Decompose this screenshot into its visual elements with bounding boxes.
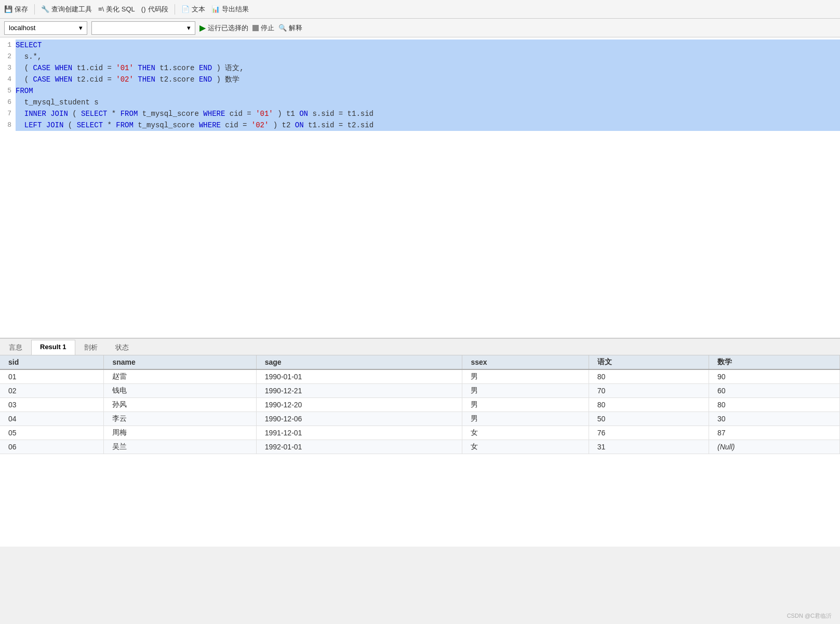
table-cell: 吴兰 [104,440,256,454]
result-tabs: 言息Result 1剖析状态 [0,339,840,355]
table-cell: 1991-12-01 [256,426,462,440]
stop-icon [252,25,259,31]
token: ) 数学 [212,75,239,84]
tab-剖析[interactable]: 剖析 [75,340,106,355]
line-number-5: 5 [0,85,16,97]
stop-button[interactable]: 停止 [252,23,274,33]
table-cell: 01 [0,369,104,384]
line-number-2: 2 [0,51,16,62]
save-label: 保存 [15,5,28,14]
line-content-7[interactable]: INNER JOIN ( SELECT * FROM t_mysql_score… [16,108,840,120]
col-header-数学: 数学 [709,355,839,369]
export-button[interactable]: 📊 导出结果 [211,5,249,14]
token [50,75,55,84]
token: FROM [116,121,134,129]
host-select[interactable]: localhost ▾ [4,21,87,35]
table-cell: 女 [462,440,589,454]
token: ( [16,75,33,84]
save-button[interactable]: 💾 保存 [4,5,28,14]
run-button[interactable]: ▶ 运行已选择的 [199,23,248,33]
table-cell: 60 [709,384,839,398]
beautify-icon: ≡\ [98,5,104,13]
token: ) t2 [269,121,295,129]
db-select[interactable]: ▾ [91,21,195,35]
token: ( [68,110,81,118]
table-cell: 02 [0,384,104,398]
table-cell: 男 [462,412,589,426]
run-label: 运行已选择的 [208,23,248,33]
explain-button[interactable]: 🔍 解释 [278,23,302,33]
beautify-button[interactable]: ≡\ 美化 SQL [98,5,135,14]
query-tool-button[interactable]: 🔧 查询创建工具 [41,5,92,14]
col-header-sid: sid [0,355,104,369]
token: FROM [16,87,33,95]
col-header-sname: sname [104,355,256,369]
token: ) t1 [273,110,299,118]
token [134,75,138,84]
code-line-4: 4 ( CASE WHEN t2.cid = '02' THEN t2.scor… [0,74,840,85]
line-content-1[interactable]: SELECT [16,39,840,51]
table-cell: 孙风 [104,398,256,412]
token: LEFT JOIN [24,121,64,129]
code-line-1: 1SELECT [0,39,840,51]
watermark: CSDN @C君临沂 [787,612,832,620]
token: ( [63,121,76,129]
table-row: 01赵雷1990-01-01男8090 [0,369,840,384]
line-number-8: 8 [0,120,16,131]
token: ON [295,121,304,129]
stop-label: 停止 [261,23,274,33]
token: t2.cid = [72,75,116,84]
beautify-label: 美化 SQL [106,5,135,14]
token: t2.score [155,75,199,84]
line-number-3: 3 [0,62,16,74]
token: WHEN [55,64,73,72]
line-content-4[interactable]: ( CASE WHEN t2.cid = '02' THEN t2.score … [16,74,840,85]
toolbar-divider-2 [175,4,175,15]
token: t1.cid = [72,64,116,72]
token: '01' [116,64,134,72]
token: t_mysql_score [138,110,203,118]
token: '02' [251,121,269,129]
token [134,64,138,72]
export-icon: 📊 [211,5,220,13]
tab-状态[interactable]: 状态 [106,340,138,355]
token: SELECT [81,110,107,118]
sql-editor[interactable]: 1SELECT2 s.*,3 ( CASE WHEN t1.cid = '01'… [0,37,840,339]
code-line-3: 3 ( CASE WHEN t1.cid = '01' THEN t1.scor… [0,62,840,74]
line-content-5[interactable]: FROM [16,85,840,97]
table-cell: 钱电 [104,384,256,398]
export-label: 导出结果 [222,5,249,14]
line-content-8[interactable]: LEFT JOIN ( SELECT * FROM t_mysql_score … [16,120,840,131]
tab-result-1[interactable]: Result 1 [31,340,75,355]
chevron-down-icon: ▾ [79,24,83,32]
table-cell: 04 [0,412,104,426]
table-cell: 05 [0,426,104,440]
col-header-sage: sage [256,355,462,369]
text-label: 文本 [192,5,205,14]
code-line-8: 8 LEFT JOIN ( SELECT * FROM t_mysql_scor… [0,120,840,131]
token: s.*, [16,52,42,61]
table-cell: 赵雷 [104,369,256,384]
table-cell: 06 [0,440,104,454]
toolbar-divider-1 [34,4,35,15]
table-cell: 80 [589,369,709,384]
code-segment-button[interactable]: () 代码段 [141,5,168,14]
token: CASE [33,64,51,72]
text-button[interactable]: 📄 文本 [181,5,205,14]
table-cell: 30 [709,412,839,426]
tab-言息[interactable]: 言息 [0,340,31,355]
token: s.sid = t1.sid [308,110,374,118]
results-pane: 言息Result 1剖析状态 sidsnamesagessex语文数学01赵雷1… [0,339,840,547]
token: CASE [33,75,51,84]
line-content-2[interactable]: s.*, [16,51,840,62]
code-line-6: 6 t_mysql_student s [0,97,840,108]
table-cell: 80 [589,398,709,412]
result-table: sidsnamesagessex语文数学01赵雷1990-01-01男80900… [0,355,840,454]
token: FROM [121,110,138,118]
run-icon: ▶ [199,23,206,33]
line-content-3[interactable]: ( CASE WHEN t1.cid = '01' THEN t1.score … [16,62,840,74]
table-cell: 1992-01-01 [256,440,462,454]
table-cell: 1990-01-01 [256,369,462,384]
line-content-6[interactable]: t_mysql_student s [16,97,840,108]
text-icon: 📄 [181,5,190,13]
